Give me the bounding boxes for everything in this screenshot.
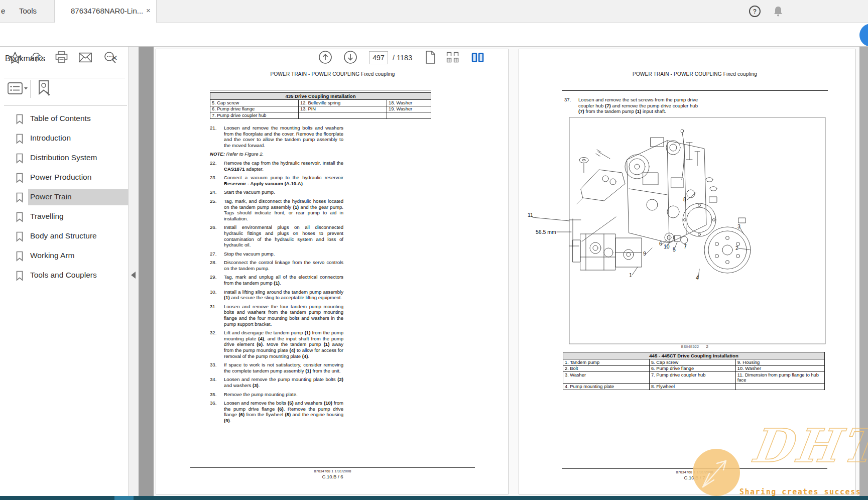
bookmark-item-label: Travelling (30, 212, 64, 221)
procedure-step: 33.If space to work is not satisfactory,… (210, 362, 343, 373)
parts-table-cell: 3. Washer (563, 372, 650, 384)
footer-page-code: C.10.B / 6 (190, 474, 475, 479)
bookmark-item-travelling[interactable]: Travelling (0, 207, 129, 227)
procedure-step: 21.Loosen and remove the mounting bolts … (210, 125, 343, 148)
figure-callout-8: 8 (683, 196, 686, 202)
print-icon[interactable] (54, 50, 68, 64)
two-page-view-icon[interactable] (471, 50, 485, 64)
parts-table-cell: 13. PIN (299, 106, 387, 112)
bookmark-item-body-and-structure[interactable]: Body and Structure (0, 227, 129, 246)
bookmark-item-table-of-contents[interactable]: Table of Contents (0, 109, 129, 129)
page-number-input[interactable] (369, 51, 388, 64)
document-page-right: POWER TRAIN - POWER COUPLING Fixed coupl… (519, 49, 856, 494)
bookmark-item-label: Tools and Couplers (30, 271, 97, 280)
next-page-icon[interactable] (343, 50, 357, 64)
close-tab-icon[interactable]: × (146, 6, 151, 15)
vertical-scrollbar[interactable] (859, 47, 868, 496)
bookmark-options-icon[interactable] (7, 82, 28, 95)
figure-2: 1156.5 mm83296105714 (523, 113, 834, 352)
parts-table-cell: 12. Belleville spring (299, 100, 387, 106)
divider (30, 80, 31, 98)
favorite-star-icon[interactable] (8, 50, 22, 64)
parts-table-cell: 2. Bolt (563, 365, 650, 372)
parts-table-row: 5. Cap screw12. Belleville spring18. Was… (210, 100, 431, 106)
figure-number: 2 (706, 344, 708, 349)
single-page-view-icon[interactable] (423, 50, 437, 64)
bottom-scrollbar (0, 496, 868, 500)
procedure-step: 29.Tag, mark and unplug all of the elect… (210, 274, 343, 286)
bookmark-item-distribution-system[interactable]: Distribution System (0, 149, 129, 168)
cloud-upload-icon[interactable] (30, 50, 44, 64)
collapse-panel-icon[interactable] (131, 272, 136, 279)
parts-table-cell (735, 384, 824, 390)
procedure-step: 24.Start the vacuum pump. (210, 189, 343, 195)
parts-table-cell: 18. Washer (387, 100, 431, 106)
parts-table-cell: 9. Housing (735, 359, 824, 366)
horizontal-scroll-thumb[interactable] (114, 496, 134, 500)
bookmark-item-introduction[interactable]: Introduction (0, 129, 129, 149)
figure-callout-1: 1 (629, 272, 632, 278)
tab-document[interactable]: 87634768NAR0-Lin... × (54, 0, 157, 23)
bookmarks-list: Table of ContentsIntroductionDistributio… (0, 109, 129, 286)
document-view: POWER TRAIN - POWER COUPLING Fixed coupl… (154, 47, 859, 496)
parts-table-cell: 11. Dimension from pump flange to hub fa… (735, 372, 824, 384)
bookmark-item-label: Power Train (30, 192, 72, 201)
procedure-step: 26.Install environmental plugs on all di… (210, 224, 343, 247)
parts-table-cell: 7. Pump drive coupler hub (210, 112, 299, 119)
figure-callout-5: 5 (673, 246, 676, 253)
search-icon[interactable] (103, 50, 117, 64)
tab-tools[interactable]: Tools (19, 7, 37, 15)
procedure-step: 32.Lift and disengage the tandem pump (1… (210, 330, 343, 359)
document-page-left: POWER TRAIN - POWER COUPLING Fixed coupl… (156, 49, 509, 494)
parts-table-title: 445 - 445CT Drive Coupling Installation (563, 352, 825, 359)
parts-table-row: 1. Tandem pump5. Cap screw9. Housing (563, 359, 825, 366)
figure-caption-code: BS04E522 (681, 345, 699, 348)
bookmark-item-working-arm[interactable]: Working Arm (0, 246, 129, 266)
bookmark-icon (16, 114, 24, 124)
procedure-step: 22.Remove the cap from the hydraulic res… (210, 160, 343, 172)
figure-callout-56.5-mm: 56.5 mm (536, 229, 556, 235)
procedure-step: 28.Disconnect the control linkage from t… (210, 260, 343, 271)
bookmark-item-power-train[interactable]: Power Train (0, 188, 129, 207)
help-icon[interactable]: ? (749, 5, 761, 18)
parts-table-row: 2. Bolt6. Pump drive flange10. Washer (563, 365, 825, 372)
procedure-step: 27.Stop the vacuum pump. (210, 251, 343, 257)
bookmark-icon (16, 251, 24, 262)
section-rule (562, 90, 828, 91)
parts-table-row: 3. Washer7. Pump drive coupler hub11. Di… (563, 372, 825, 384)
note-paragraph: NOTE: Refer to Figure 2. (210, 151, 343, 157)
find-current-bookmark-icon[interactable] (36, 80, 52, 97)
parts-table-445: 445 - 445CT Drive Coupling Installation … (563, 352, 825, 390)
figure-callout-7: 7 (684, 243, 687, 249)
parts-table-cell (387, 112, 431, 119)
figure-caption: BS04E5222 (562, 344, 828, 349)
email-icon[interactable] (78, 50, 92, 64)
procedure-step: 25.Tag, mark, and disconnect the hydraul… (210, 198, 343, 221)
parts-table-cell: 4. Pump mounting plate (563, 384, 650, 390)
previous-page-icon[interactable] (318, 50, 332, 64)
procedure-step: 36.Loosen and remove the bolts (5) and w… (210, 400, 343, 423)
organize-pages-icon[interactable] (446, 50, 460, 64)
bookmark-icon (16, 173, 24, 183)
parts-table-435: 435 Drive Coupling Installation 5. Cap s… (210, 92, 431, 119)
parts-table-cell: 5. Cap screw (210, 100, 299, 106)
tab-partial[interactable]: e (1, 7, 5, 15)
figure-drawing: 1156.5 mm83296105714 (523, 113, 834, 352)
bookmarks-panel: Bookmarks × Table of ContentsIntroductio… (0, 47, 129, 496)
main-toolbar: / 1183 (0, 23, 868, 47)
bookmark-icon (16, 271, 24, 281)
notifications-bell-icon[interactable] (772, 5, 784, 18)
parts-table-row: 7. Pump drive coupler hub (210, 112, 431, 119)
document-side-strip[interactable] (139, 47, 154, 496)
bookmark-item-tools-and-couplers[interactable]: Tools and Couplers (0, 266, 129, 286)
bookmark-icon (16, 231, 24, 242)
parts-table-cell: 8. Flywheel (649, 384, 735, 390)
parts-table-title: 435 Drive Coupling Installation (210, 93, 431, 100)
bookmark-item-label: Distribution System (30, 153, 97, 162)
figure-callout-9: 9 (643, 251, 646, 257)
parts-table-cell (299, 112, 387, 119)
divider (4, 105, 127, 106)
bookmark-item-power-production[interactable]: Power Production (0, 168, 129, 188)
procedure-step: 30.Install a lifting sling around the ta… (210, 289, 343, 301)
parts-table-row: 6. Pump drive flange13. PIN19. Washer (210, 106, 431, 112)
